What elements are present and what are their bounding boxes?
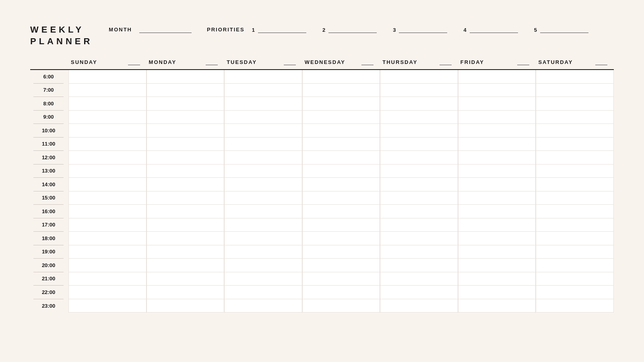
planner-cell[interactable] [302, 272, 380, 286]
planner-cell[interactable] [147, 70, 225, 84]
planner-cell[interactable] [68, 70, 147, 84]
planner-cell[interactable] [380, 124, 458, 138]
planner-cell[interactable] [458, 138, 536, 151]
planner-cell[interactable] [68, 111, 147, 124]
planner-cell[interactable] [224, 286, 302, 299]
planner-cell[interactable] [536, 70, 614, 84]
planner-cell[interactable] [380, 245, 458, 259]
planner-cell[interactable] [458, 70, 536, 84]
planner-cell[interactable] [458, 111, 536, 124]
planner-cell[interactable] [224, 138, 302, 151]
planner-cell[interactable] [68, 124, 147, 138]
planner-cell[interactable] [458, 232, 536, 245]
planner-cell[interactable] [224, 151, 302, 165]
planner-cell[interactable] [147, 178, 225, 191]
priority-input[interactable] [328, 26, 377, 33]
planner-cell[interactable] [380, 138, 458, 151]
planner-cell[interactable] [536, 286, 614, 299]
planner-cell[interactable] [458, 178, 536, 191]
planner-cell[interactable] [302, 259, 380, 272]
planner-cell[interactable] [68, 138, 147, 151]
planner-cell[interactable] [224, 232, 302, 245]
planner-cell[interactable] [536, 165, 614, 178]
planner-cell[interactable] [147, 245, 225, 259]
planner-cell[interactable] [458, 205, 536, 218]
planner-cell[interactable] [302, 218, 380, 232]
planner-cell[interactable] [458, 286, 536, 299]
planner-cell[interactable] [302, 151, 380, 165]
planner-cell[interactable] [147, 84, 225, 97]
planner-cell[interactable] [147, 205, 225, 218]
planner-cell[interactable] [68, 191, 147, 205]
planner-cell[interactable] [224, 245, 302, 259]
planner-cell[interactable] [68, 178, 147, 191]
priority-input[interactable] [258, 26, 306, 33]
planner-cell[interactable] [224, 191, 302, 205]
planner-cell[interactable] [147, 286, 225, 299]
planner-cell[interactable] [147, 299, 225, 313]
planner-cell[interactable] [458, 272, 536, 286]
planner-cell[interactable] [380, 259, 458, 272]
planner-cell[interactable] [147, 218, 225, 232]
planner-cell[interactable] [302, 191, 380, 205]
planner-cell[interactable] [458, 124, 536, 138]
planner-cell[interactable] [380, 272, 458, 286]
planner-cell[interactable] [68, 286, 147, 299]
planner-cell[interactable] [536, 97, 614, 111]
planner-cell[interactable] [458, 218, 536, 232]
planner-cell[interactable] [302, 111, 380, 124]
planner-cell[interactable] [68, 259, 147, 272]
planner-cell[interactable] [536, 299, 614, 313]
priority-input[interactable] [399, 26, 447, 33]
planner-cell[interactable] [302, 205, 380, 218]
planner-cell[interactable] [68, 272, 147, 286]
planner-cell[interactable] [68, 84, 147, 97]
priority-input[interactable] [540, 26, 588, 33]
planner-cell[interactable] [147, 259, 225, 272]
planner-cell[interactable] [302, 97, 380, 111]
planner-cell[interactable] [302, 286, 380, 299]
day-date-input[interactable] [440, 60, 452, 65]
planner-cell[interactable] [147, 124, 225, 138]
planner-cell[interactable] [147, 165, 225, 178]
planner-cell[interactable] [302, 245, 380, 259]
day-date-input[interactable] [284, 60, 296, 65]
planner-cell[interactable] [147, 97, 225, 111]
planner-cell[interactable] [380, 70, 458, 84]
planner-cell[interactable] [380, 299, 458, 313]
planner-cell[interactable] [536, 111, 614, 124]
month-input[interactable] [139, 26, 192, 33]
planner-cell[interactable] [536, 245, 614, 259]
planner-cell[interactable] [302, 178, 380, 191]
planner-cell[interactable] [68, 205, 147, 218]
planner-cell[interactable] [224, 97, 302, 111]
planner-cell[interactable] [302, 165, 380, 178]
day-date-input[interactable] [517, 60, 529, 65]
planner-cell[interactable] [536, 272, 614, 286]
planner-cell[interactable] [536, 232, 614, 245]
planner-cell[interactable] [380, 178, 458, 191]
planner-cell[interactable] [380, 111, 458, 124]
planner-cell[interactable] [224, 205, 302, 218]
day-date-input[interactable] [128, 60, 140, 65]
planner-cell[interactable] [380, 286, 458, 299]
planner-cell[interactable] [458, 151, 536, 165]
planner-cell[interactable] [536, 124, 614, 138]
planner-cell[interactable] [536, 178, 614, 191]
planner-cell[interactable] [147, 272, 225, 286]
planner-cell[interactable] [380, 84, 458, 97]
planner-cell[interactable] [458, 97, 536, 111]
planner-cell[interactable] [380, 232, 458, 245]
planner-cell[interactable] [147, 232, 225, 245]
planner-cell[interactable] [536, 84, 614, 97]
planner-cell[interactable] [224, 124, 302, 138]
planner-cell[interactable] [224, 178, 302, 191]
priority-input[interactable] [470, 26, 518, 33]
planner-cell[interactable] [536, 218, 614, 232]
planner-cell[interactable] [68, 97, 147, 111]
day-date-input[interactable] [595, 60, 607, 65]
planner-cell[interactable] [302, 232, 380, 245]
planner-cell[interactable] [224, 299, 302, 313]
planner-cell[interactable] [458, 245, 536, 259]
planner-cell[interactable] [458, 165, 536, 178]
